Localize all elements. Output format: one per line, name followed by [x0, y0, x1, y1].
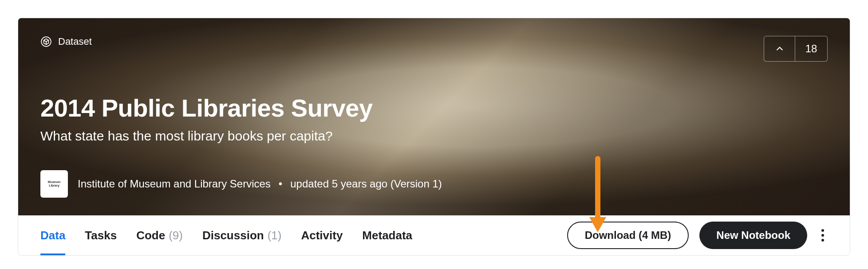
tab-label: Activity: [301, 229, 343, 242]
upvote-group: 18: [764, 36, 828, 62]
toolbar-actions: Download (4 MB) New Notebook: [567, 222, 828, 249]
dataset-type-label: Dataset: [58, 36, 92, 47]
dataset-icon: [40, 36, 52, 47]
tab-count: (1): [268, 229, 282, 242]
toolbar: Data Tasks Code (9) Discussion (1) Activ…: [18, 215, 850, 255]
tab-label: Tasks: [85, 229, 117, 242]
author-meta: Institute of Museum and Library Services…: [78, 178, 442, 190]
kebab-dot-icon: [821, 229, 824, 232]
tab-count: (9): [169, 229, 183, 242]
tab-code[interactable]: Code (9): [136, 215, 183, 255]
tab-tasks[interactable]: Tasks: [85, 215, 117, 255]
author-row: Museum Library Institute of Museum and L…: [40, 144, 828, 198]
dataset-card: Dataset 18 2014 Public Libraries Survey …: [18, 18, 850, 256]
updated-text: updated 5 years ago (Version 1): [290, 178, 442, 190]
more-options-button[interactable]: [818, 226, 828, 245]
tab-label: Discussion: [202, 229, 264, 242]
tab-activity[interactable]: Activity: [301, 215, 343, 255]
author-avatar[interactable]: Museum Library: [40, 170, 68, 198]
tab-label: Code: [136, 229, 165, 242]
kebab-dot-icon: [821, 239, 824, 242]
kebab-dot-icon: [821, 234, 824, 237]
dataset-type-badge: Dataset: [40, 36, 92, 47]
tabs: Data Tasks Code (9) Discussion (1) Activ…: [40, 215, 412, 255]
tab-data[interactable]: Data: [40, 215, 65, 255]
separator-dot: •: [279, 178, 282, 190]
tab-label: Data: [40, 229, 65, 242]
hero-banner: Dataset 18 2014 Public Libraries Survey …: [18, 18, 850, 215]
download-button[interactable]: Download (4 MB): [567, 222, 689, 249]
tab-metadata[interactable]: Metadata: [362, 215, 412, 255]
page-subtitle: What state has the most library books pe…: [40, 129, 828, 144]
upvote-button[interactable]: [764, 36, 795, 61]
page-title: 2014 Public Libraries Survey: [40, 94, 828, 122]
tab-label: Metadata: [362, 229, 412, 242]
avatar-text: Museum Library: [42, 180, 66, 187]
new-notebook-button[interactable]: New Notebook: [699, 222, 807, 249]
tab-discussion[interactable]: Discussion (1): [202, 215, 282, 255]
hero-top-row: Dataset 18: [40, 36, 828, 62]
upvote-count[interactable]: 18: [795, 36, 827, 61]
chevron-up-icon: [775, 44, 784, 53]
author-name[interactable]: Institute of Museum and Library Services: [78, 178, 271, 190]
